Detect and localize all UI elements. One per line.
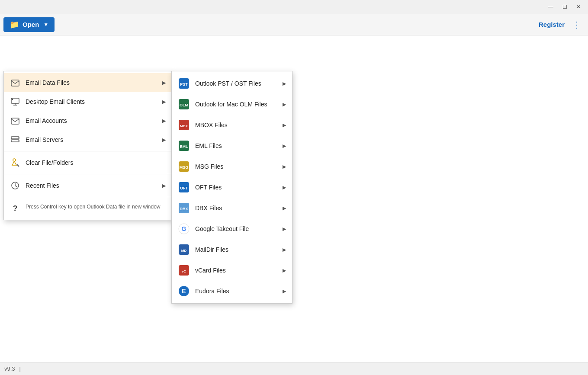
menu-item-clear-file-folders[interactable]: Clear File/Folders [4,153,172,172]
primary-menu: Email Data Files ▶ Desktop Email Clients… [3,71,172,220]
recent-files-label: Recent Files [26,182,157,189]
submenu-eml-arrow: ▶ [283,143,286,149]
svg-text:DBX: DBX [180,207,188,211]
more-options-button[interactable]: ⋮ [569,18,585,32]
submenu-item-olm[interactable]: OLM Outlook for Mac OLM Files ▶ [172,94,292,115]
submenu-item-msg[interactable]: MSG MSG Files ▶ [172,156,292,177]
version-text: v9.3 [4,365,15,372]
menu-divider-3 [4,197,172,197]
svg-text:MBX: MBX [180,124,188,128]
submenu-google-arrow: ▶ [283,226,286,232]
oft-icon: OFT [178,181,190,193]
submenu-item-google-takeout[interactable]: G Google Takeout File ▶ [172,218,292,239]
menu-hint: ? Press Control key to open Outlook Data… [4,199,172,218]
svg-point-8 [18,138,19,138]
svg-line-11 [17,164,19,167]
svg-text:MSG: MSG [180,165,189,170]
svg-text:MD: MD [181,249,187,253]
submenu-vcard-arrow: ▶ [283,268,286,273]
submenu-item-pst[interactable]: PST Outlook PST / OST Files ▶ [172,73,292,94]
accounts-icon [10,115,20,126]
svg-rect-4 [12,99,13,100]
submenu-oft-arrow: ▶ [283,185,286,190]
pst-icon: PST [178,77,190,90]
submenu-maildir-arrow: ▶ [283,247,286,253]
submenu-item-mbox[interactable]: MBX MBOX Files ▶ [172,115,292,135]
submenu-olm-arrow: ▶ [283,102,286,107]
msg-icon: MSG [178,160,190,173]
submenu-mbox-arrow: ▶ [283,122,286,128]
submenu-eudora-label: Eudora Files [195,288,277,295]
submenu-msg-label: MSG Files [195,163,277,170]
submenu-msg-arrow: ▶ [283,164,286,170]
submenu-dbx-label: DBX Files [195,205,277,212]
menu-divider-2 [4,174,172,174]
menu-item-email-data-files[interactable]: Email Data Files ▶ [4,73,172,92]
email-data-files-label: Email Data Files [26,79,157,86]
submenu-arrow-icon-4: ▶ [162,137,166,143]
submenu-dbx-arrow: ▶ [283,205,286,211]
email-servers-label: Email Servers [26,136,157,143]
svg-text:EML: EML [180,144,189,149]
submenu-item-vcard[interactable]: vC vCard Files ▶ [172,260,292,281]
svg-text:vC: vC [182,269,186,273]
folder-icon: 📁 [10,20,19,29]
submenu-arrow-icon-2: ▶ [162,99,166,105]
submenu-eml-label: EML Files [195,142,277,149]
menu-divider-1 [4,151,172,151]
svg-text:E: E [182,288,186,295]
recent-icon [10,180,20,191]
titlebar: — ☐ ✕ [0,0,588,14]
menu-item-recent-files[interactable]: Recent Files ▶ [4,176,172,195]
email-data-icon [10,77,20,88]
servers-icon [10,135,20,145]
google-icon: G [178,223,190,235]
clear-file-folders-label: Clear File/Folders [26,159,166,166]
desktop-icon [10,96,20,107]
statusbar-separator: | [19,365,21,372]
submenu-google-takeout-label: Google Takeout File [195,225,277,232]
help-icon: ? [10,203,20,214]
submenu-pst-arrow: ▶ [283,81,286,87]
clear-icon [10,157,20,168]
submenu-item-maildir[interactable]: MD MailDir Files ▶ [172,239,292,260]
eudora-icon: E [178,285,190,297]
olm-icon: OLM [178,98,190,110]
eml-icon: EML [178,140,190,152]
close-button[interactable]: ✕ [572,1,585,13]
toolbar: 📁 Open ▼ Register ⋮ [0,14,588,35]
submenu-vcard-label: vCard Files [195,267,277,274]
register-button[interactable]: Register [534,18,569,31]
menu-item-email-servers[interactable]: Email Servers ▶ [4,130,172,149]
statusbar: v9.3 | [0,362,588,375]
hint-text: Press Control key to open Outlook Data f… [26,203,161,211]
submenu-item-dbx[interactable]: DBX DBX Files ▶ [172,198,292,218]
submenu-item-oft[interactable]: OFT OFT Files ▶ [172,177,292,198]
vcard-icon: vC [178,264,190,276]
submenu-item-eml[interactable]: EML EML Files ▶ [172,135,292,156]
svg-rect-0 [11,80,19,86]
submenu-arrow-icon-3: ▶ [162,118,166,124]
submenu-arrow-icon: ▶ [162,80,166,86]
submenu-maildir-label: MailDir Files [195,246,277,253]
menu-item-desktop-email-clients[interactable]: Desktop Email Clients ▶ [4,92,172,111]
svg-text:OFT: OFT [180,186,188,190]
submenu-item-eudora[interactable]: E Eudora Files ▶ [172,281,292,301]
open-button-label: Open [22,21,39,28]
secondary-menu: PST Outlook PST / OST Files ▶ OLM Outloo… [171,71,292,304]
svg-text:G: G [182,225,186,232]
submenu-olm-label: Outlook for Mac OLM Files [195,101,277,108]
maildir-icon: MD [178,244,190,256]
submenu-oft-label: OFT Files [195,184,277,191]
svg-text:OLM: OLM [180,103,188,107]
submenu-mbox-label: MBOX Files [195,122,277,128]
svg-point-9 [18,141,19,141]
menu-item-email-accounts[interactable]: Email Accounts ▶ [4,111,172,130]
dropdown-arrow-icon: ▼ [43,22,48,28]
minimize-button[interactable]: — [545,1,557,13]
dbx-icon: DBX [178,202,190,214]
main-area: Email Data Files ▶ Desktop Email Clients… [0,35,588,362]
open-button[interactable]: 📁 Open ▼ [3,17,55,32]
maximize-button[interactable]: ☐ [559,1,571,13]
svg-text:PST: PST [180,82,188,87]
